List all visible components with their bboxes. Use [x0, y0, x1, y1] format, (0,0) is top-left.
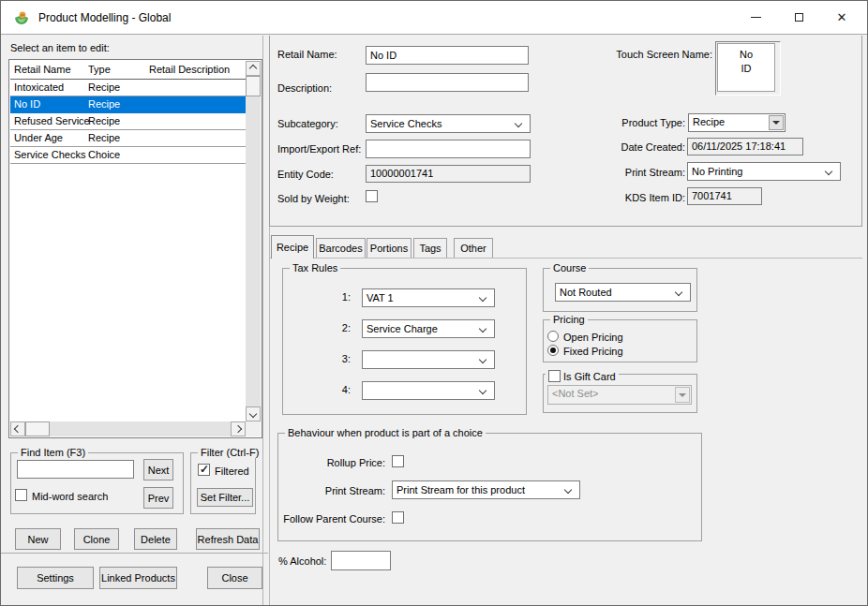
tax-rule-1-label: 1: — [320, 291, 351, 303]
minimize-icon — [751, 17, 761, 18]
kds-item-id-label: KDS Item ID: — [601, 192, 685, 203]
horizontal-scrollbar[interactable] — [10, 421, 246, 436]
clone-button[interactable]: Clone — [74, 528, 119, 550]
tab-other[interactable]: Other — [454, 238, 493, 258]
is-gift-card-checkbox[interactable] — [548, 370, 561, 382]
product-modelling-window: Product Modelling - Global ✕ Select an i… — [0, 0, 868, 606]
filter-group-title: Filter (Ctrl-F) — [198, 447, 262, 458]
course-value: Not Routed — [560, 287, 612, 298]
linked-products-button[interactable]: Linked Products — [99, 567, 177, 589]
close-dialog-button[interactable]: Close — [207, 567, 262, 589]
fixed-pricing-label[interactable]: Fixed Pricing — [563, 346, 623, 357]
open-pricing-radio[interactable] — [547, 331, 559, 342]
minimize-button[interactable] — [734, 1, 777, 34]
rollup-price-checkbox[interactable] — [392, 455, 404, 467]
close-icon: ✕ — [837, 11, 847, 23]
chevron-down-icon — [249, 410, 257, 418]
midword-search-checkbox[interactable] — [15, 489, 27, 501]
subcategory-dropdown[interactable]: Service Checks — [366, 114, 531, 133]
print-stream-dropdown[interactable]: No Printing — [687, 162, 841, 181]
close-button[interactable]: ✕ — [820, 1, 863, 34]
titlebar: Product Modelling - Global ✕ — [1, 1, 867, 35]
gift-card-dropdown: <Not Set> — [547, 385, 692, 405]
panel-separator — [262, 36, 263, 605]
tax-rule-4-dropdown[interactable] — [362, 381, 495, 400]
tax-rule-2-dropdown[interactable]: Service Charge — [362, 319, 495, 338]
tab-barcodes[interactable]: Barcodes — [316, 238, 366, 258]
sold-by-weight-label: Sold by Weight: — [277, 193, 350, 204]
alcohol-input[interactable] — [331, 551, 391, 570]
retail-name-input[interactable] — [366, 46, 529, 65]
maximize-button[interactable] — [777, 1, 820, 34]
list-header[interactable]: Retail Name Type Retail Description — [10, 60, 246, 80]
choice-print-stream-value: Print Stream for this product — [397, 484, 525, 495]
tax-rule-3-dropdown[interactable] — [362, 350, 495, 369]
is-gift-card-label[interactable]: Is Gift Card — [563, 371, 616, 382]
tax-rule-1-dropdown[interactable]: VAT 1 — [362, 288, 495, 307]
choice-behaviour-title: Behaviour when product is part of a choi… — [285, 427, 486, 438]
set-filter-button[interactable]: Set Filter... — [197, 488, 253, 507]
open-pricing-label[interactable]: Open Pricing — [563, 332, 623, 343]
alcohol-label: % Alcohol: — [278, 555, 326, 567]
tax-rule-4-label: 4: — [320, 384, 351, 395]
cell-retail-name: Service Checks — [14, 149, 85, 160]
find-item-input[interactable] — [17, 460, 134, 479]
list-item-no-id-selected[interactable]: No ID Recipe — [10, 96, 246, 113]
filtered-checkbox[interactable] — [198, 464, 210, 476]
cell-retail-name: Intoxicated — [14, 81, 64, 93]
date-created-label: Date Created: — [601, 141, 685, 153]
choice-print-stream-dropdown[interactable]: Print Stream for this product — [392, 480, 580, 499]
scroll-right-button[interactable] — [231, 421, 246, 436]
kds-item-id-field: 7001741 — [687, 187, 762, 205]
select-item-label: Select an item to edit: — [10, 42, 110, 53]
list-item-service-checks[interactable]: Service Checks Choice — [10, 147, 246, 164]
horizontal-scroll-thumb[interactable] — [25, 421, 50, 436]
scroll-down-button[interactable] — [246, 406, 261, 421]
dropdown-button[interactable] — [769, 115, 784, 130]
cell-type: Recipe — [88, 81, 120, 93]
scroll-up-button[interactable] — [246, 61, 261, 76]
vertical-scroll-thumb[interactable] — [246, 76, 261, 96]
sold-by-weight-checkbox[interactable] — [366, 190, 378, 202]
next-button[interactable]: Next — [143, 459, 173, 480]
list-item-intoxicated[interactable]: Intoxicated Recipe — [10, 80, 246, 96]
col-retail-description[interactable]: Retail Description — [149, 64, 230, 75]
settings-button[interactable]: Settings — [17, 567, 94, 589]
follow-parent-course-checkbox[interactable] — [392, 511, 404, 524]
tab-recipe[interactable]: Recipe — [271, 235, 314, 259]
list-item-under-age[interactable]: Under Age Recipe — [10, 130, 246, 147]
description-input[interactable] — [366, 73, 529, 92]
date-created-field: 06/11/2025 17:18:41 — [687, 138, 803, 155]
col-retail-name[interactable]: Retail Name — [14, 64, 71, 75]
print-stream-value: No Printing — [692, 166, 742, 177]
rollup-price-label: Rollup Price: — [277, 457, 385, 468]
product-type-dropdown[interactable]: Recipe — [688, 113, 786, 132]
cell-retail-name: Under Age — [14, 132, 63, 143]
gift-card-value: <Not Set> — [552, 388, 599, 399]
refresh-data-button[interactable]: Refresh Data — [196, 528, 260, 550]
scroll-left-button[interactable] — [10, 421, 25, 436]
filtered-label[interactable]: Filtered — [215, 466, 249, 477]
fixed-pricing-radio[interactable] — [547, 345, 559, 356]
import-export-ref-label: Import/Export Ref: — [277, 143, 361, 155]
chevron-left-icon — [14, 425, 22, 433]
midword-search-label[interactable]: Mid-word search — [32, 491, 108, 502]
list-item-refused-service[interactable]: Refused Service Recipe — [10, 113, 246, 130]
tab-portions[interactable]: Portions — [367, 238, 412, 258]
course-dropdown[interactable]: Not Routed — [555, 283, 691, 302]
vertical-scrollbar[interactable] — [246, 61, 261, 421]
entity-code-field: 10000001741 — [366, 165, 531, 183]
product-type-value: Recipe — [693, 116, 725, 127]
col-type[interactable]: Type — [88, 64, 111, 75]
import-export-ref-input[interactable] — [366, 140, 531, 158]
entity-code-label: Entity Code: — [277, 169, 334, 180]
chevron-down-icon — [825, 168, 832, 175]
delete-button[interactable]: Delete — [134, 528, 177, 550]
prev-button[interactable]: Prev — [143, 487, 173, 509]
tab-tags[interactable]: Tags — [413, 238, 447, 258]
new-button[interactable]: New — [15, 528, 61, 550]
maximize-icon — [795, 13, 803, 22]
chevron-up-icon — [249, 65, 257, 72]
tax-rule-1-value: VAT 1 — [367, 292, 394, 303]
chevron-down-icon — [515, 120, 522, 127]
